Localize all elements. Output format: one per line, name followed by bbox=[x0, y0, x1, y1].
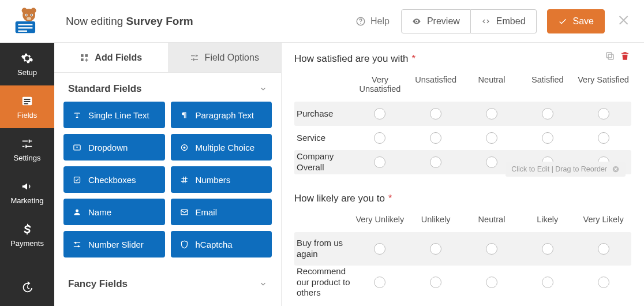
likert-radio[interactable] bbox=[374, 243, 385, 255]
likert-column-label: Very Satisfied bbox=[575, 72, 631, 102]
question-title: How likely are you to * bbox=[294, 191, 631, 211]
likert-radio[interactable] bbox=[486, 132, 497, 144]
likert-column-label: Very Unlikely bbox=[352, 211, 408, 232]
likert-radio[interactable] bbox=[374, 277, 385, 288]
likert-radio[interactable] bbox=[598, 277, 609, 288]
embed-button[interactable]: Embed bbox=[471, 9, 537, 33]
check-icon bbox=[558, 17, 567, 26]
sliders-icon bbox=[190, 53, 199, 62]
likert-row: Purchase bbox=[294, 102, 631, 126]
close-button[interactable] bbox=[617, 13, 631, 29]
paragraph-icon bbox=[180, 111, 189, 120]
likert-radio[interactable] bbox=[486, 243, 497, 255]
likert-grid: Very UnsatisfiedUnsatisfiedNeutralSatisf… bbox=[294, 72, 631, 174]
preview-button[interactable]: Preview bbox=[401, 9, 471, 33]
field-checkboxes[interactable]: Checkboxes bbox=[63, 166, 165, 193]
page-title: Now editing Survey Form bbox=[66, 15, 193, 28]
hash-icon bbox=[180, 176, 189, 184]
svg-point-9 bbox=[25, 14, 27, 16]
likert-radio[interactable] bbox=[374, 156, 385, 168]
field-dropdown[interactable]: Dropdown bbox=[63, 134, 165, 161]
trash-icon[interactable] bbox=[620, 51, 630, 61]
likert-radio[interactable] bbox=[430, 243, 441, 255]
help-icon bbox=[355, 16, 366, 27]
question-title: How satisfied are you with * bbox=[294, 51, 631, 72]
nav-item-fields[interactable]: Fields bbox=[0, 85, 54, 128]
check-icon bbox=[73, 176, 81, 184]
field-paragraph-text[interactable]: Paragraph Text bbox=[171, 102, 272, 128]
likert-radio[interactable] bbox=[598, 108, 609, 120]
likert-column-label: Unsatisfied bbox=[408, 72, 464, 102]
grid-plus-icon bbox=[80, 53, 89, 62]
likert-grid: Very UnlikelyUnlikelyNeutralLikelyVery L… bbox=[294, 211, 631, 299]
likert-radio[interactable] bbox=[374, 108, 385, 120]
svg-rect-2 bbox=[18, 27, 32, 28]
survey-question[interactable]: How likely are you to *Very UnlikelyUnli… bbox=[294, 191, 631, 299]
field-hcaptcha[interactable]: hCaptcha bbox=[171, 231, 272, 258]
likert-radio[interactable] bbox=[430, 156, 441, 168]
likert-row: Service bbox=[294, 126, 631, 150]
survey-question[interactable]: How satisfied are you with *Very Unsatis… bbox=[294, 51, 631, 174]
svg-point-23 bbox=[74, 241, 76, 243]
field-name[interactable]: Name bbox=[63, 199, 165, 225]
likert-column-label: Neutral bbox=[464, 211, 520, 232]
svg-point-24 bbox=[77, 245, 79, 247]
likert-row-label: Buy from us again bbox=[294, 238, 352, 260]
svg-rect-1 bbox=[18, 24, 32, 25]
field-single-line-text[interactable]: Single Line Text bbox=[63, 102, 165, 128]
likert-radio[interactable] bbox=[486, 108, 497, 120]
likert-column-label: Unlikely bbox=[408, 211, 464, 232]
field-email[interactable]: Email bbox=[171, 199, 272, 225]
save-button[interactable]: Save bbox=[547, 9, 605, 33]
field-multiple-choice[interactable]: Multiple Choice bbox=[171, 134, 272, 161]
svg-point-20 bbox=[183, 146, 185, 148]
primary-nav: SetupFieldsSettingsMarketingPayments bbox=[0, 0, 54, 306]
likert-row-label: Recommend our product to others bbox=[294, 266, 352, 298]
likert-radio[interactable] bbox=[598, 132, 609, 144]
likert-radio[interactable] bbox=[542, 108, 553, 120]
bullhorn-icon bbox=[21, 180, 33, 193]
svg-rect-21 bbox=[74, 177, 80, 182]
text-icon bbox=[73, 111, 81, 120]
svg-point-5 bbox=[22, 8, 27, 13]
eye-icon bbox=[412, 17, 421, 26]
likert-radio[interactable] bbox=[542, 132, 553, 144]
field-numbers[interactable]: Numbers bbox=[171, 166, 272, 193]
likert-radio[interactable] bbox=[430, 132, 441, 144]
nav-item-settings[interactable]: Settings bbox=[0, 128, 54, 171]
field-number-slider[interactable]: Number Slider bbox=[63, 231, 165, 258]
likert-row-label: Purchase bbox=[294, 109, 352, 120]
dollar-icon bbox=[21, 223, 33, 236]
likert-radio[interactable] bbox=[542, 243, 553, 255]
likert-radio[interactable] bbox=[374, 132, 385, 144]
nav-history[interactable] bbox=[0, 269, 54, 306]
chevron-down-icon bbox=[259, 280, 267, 288]
radio-icon bbox=[180, 143, 189, 152]
tab-field-options[interactable]: Field Options bbox=[168, 43, 282, 72]
section-standard-fields[interactable]: Standard Fields bbox=[54, 73, 281, 102]
svg-point-17 bbox=[360, 23, 361, 24]
svg-point-6 bbox=[31, 8, 36, 13]
likert-radio[interactable] bbox=[430, 277, 441, 288]
form-icon bbox=[21, 95, 33, 107]
tab-add-fields[interactable]: Add Fields bbox=[54, 43, 168, 72]
duplicate-icon[interactable] bbox=[605, 51, 615, 61]
likert-row: Buy from us again bbox=[294, 232, 631, 266]
nav-item-marketing[interactable]: Marketing bbox=[0, 171, 54, 214]
topbar: Now editing Survey Form Help Preview Emb… bbox=[54, 0, 644, 43]
nav-item-setup[interactable]: Setup bbox=[0, 43, 54, 85]
likert-radio[interactable] bbox=[542, 277, 553, 288]
svg-rect-26 bbox=[606, 53, 612, 58]
likert-column-label: Neutral bbox=[464, 72, 520, 102]
likert-radio[interactable] bbox=[486, 277, 497, 288]
help-link[interactable]: Help bbox=[355, 16, 390, 27]
slider-icon bbox=[73, 240, 81, 249]
likert-radio[interactable] bbox=[598, 243, 609, 255]
close-icon bbox=[617, 13, 631, 27]
dismiss-icon[interactable] bbox=[612, 165, 620, 173]
svg-rect-25 bbox=[608, 54, 613, 59]
section-fancy-fields[interactable]: Fancy Fields bbox=[54, 268, 281, 297]
likert-radio[interactable] bbox=[486, 156, 497, 168]
nav-item-payments[interactable]: Payments bbox=[0, 214, 54, 256]
likert-radio[interactable] bbox=[430, 108, 441, 120]
